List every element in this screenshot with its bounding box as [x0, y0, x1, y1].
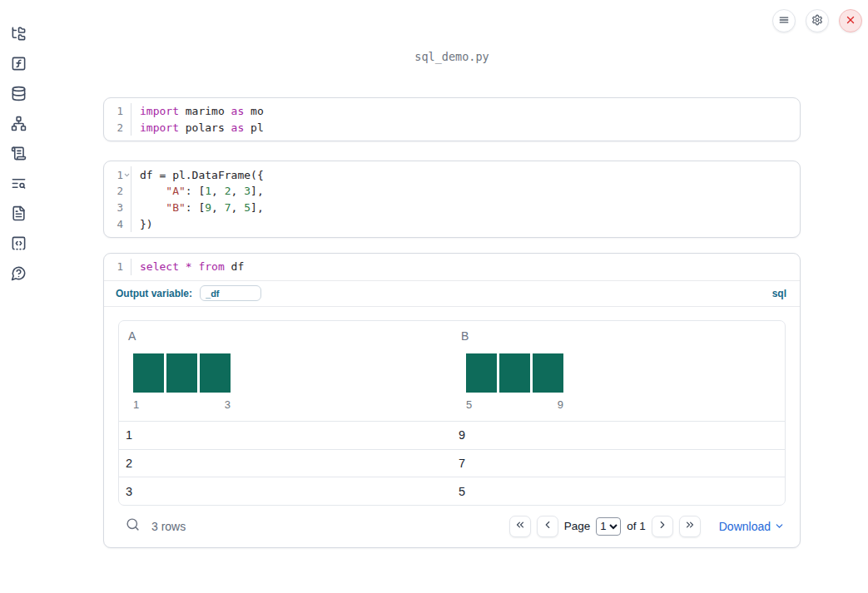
code-text: "A": [1, 2, 3], [131, 185, 264, 197]
sidebar-item-file-explorer[interactable] [3, 20, 33, 50]
close-icon [845, 14, 856, 28]
sidebar-item-search-logs[interactable] [3, 170, 33, 200]
gutter [123, 183, 131, 200]
download-label: Download [719, 520, 771, 533]
shutdown-button[interactable] [839, 9, 862, 32]
page-label: Page [564, 520, 591, 532]
gear-icon [811, 14, 823, 28]
chevron-left-icon [542, 519, 553, 533]
line-number: 2 [104, 185, 123, 197]
chevron-down-icon [774, 519, 785, 534]
histogram-bar [133, 353, 164, 393]
sidebar-item-dependency-graph[interactable] [3, 110, 33, 140]
sidebar-item-help[interactable] [3, 259, 33, 289]
download-button[interactable]: Download [719, 519, 785, 534]
code-text: "B": [9, 7, 5], [131, 201, 264, 214]
gutter [123, 103, 131, 120]
code-text: df = pl.DataFrame({ [131, 169, 264, 181]
tick-min: 5 [466, 398, 472, 411]
histogram-b[interactable] [466, 353, 563, 393]
code-line[interactable]: 2import polars as pl [104, 120, 800, 136]
function-square-icon [11, 56, 27, 74]
search-icon[interactable] [126, 517, 140, 535]
tick-max: 9 [558, 398, 563, 411]
code-editor-imports[interactable]: 1import marimo as mo2import polars as pl [104, 98, 800, 141]
column-header-b[interactable]: B 5 9 [452, 321, 785, 421]
row-count: 3 rows [151, 520, 186, 533]
line-number: 1 [104, 260, 123, 273]
code-line[interactable]: 4}) [104, 215, 800, 232]
code-text: }) [131, 218, 153, 230]
code-text: import polars as pl [131, 121, 264, 134]
gutter [123, 215, 131, 232]
tick-max: 3 [225, 398, 231, 411]
table-header: A 1 3 B 5 9 [119, 321, 785, 422]
prev-page-button[interactable] [537, 516, 558, 537]
line-number: 2 [104, 121, 123, 134]
table-row[interactable]: 27 [119, 449, 785, 477]
chevron-right-icon [657, 519, 668, 533]
line-number: 1 [104, 169, 123, 181]
histogram-a[interactable] [133, 353, 231, 393]
page-title: sql_demo.py [103, 0, 801, 67]
sidebar-item-documentation[interactable] [3, 200, 33, 230]
histogram-bar [200, 353, 231, 393]
folder-tree-icon [11, 26, 27, 44]
network-icon [11, 116, 27, 134]
table-footer: 3 rows Page 1 of 1 Download [118, 506, 786, 547]
table-cell: 5 [452, 485, 785, 498]
sql-code-editor[interactable]: 1select * from df [104, 254, 800, 280]
table-row[interactable]: 19 [119, 422, 785, 449]
sidebar-item-logs[interactable] [3, 140, 33, 170]
fold-chevron-icon[interactable] [123, 166, 131, 183]
gutter [123, 200, 131, 216]
line-number: 1 [104, 105, 123, 117]
gutter [123, 120, 131, 136]
sql-language-badge: sql [772, 288, 786, 299]
histogram-bar [499, 353, 530, 393]
sidebar-item-snippets[interactable] [3, 230, 33, 259]
table-row[interactable]: 35 [119, 477, 785, 504]
code-editor-dataframe[interactable]: 1df = pl.DataFrame({2 "A": [1, 2, 3],3 "… [104, 161, 800, 237]
line-number: 4 [104, 218, 123, 230]
page-select[interactable]: 1 [596, 517, 621, 536]
code-line[interactable]: 1df = pl.DataFrame({ [104, 166, 800, 183]
text-search-icon [11, 175, 27, 194]
code-snippet-icon [11, 235, 27, 254]
table-cell: 2 [119, 457, 452, 470]
column-label: B [461, 329, 775, 343]
last-page-button[interactable] [679, 516, 701, 537]
line-number: 3 [104, 201, 123, 214]
table-cell: 7 [452, 457, 785, 470]
next-page-button[interactable] [652, 516, 673, 537]
page-of-label: of 1 [627, 520, 646, 532]
column-header-a[interactable]: A 1 3 [119, 321, 452, 421]
code-line[interactable]: 2 "A": [1, 2, 3], [104, 183, 800, 200]
code-line[interactable]: 1import marimo as mo [104, 103, 800, 120]
code-line[interactable]: 3 "B": [9, 7, 5], [104, 200, 800, 216]
histogram-b-ticks: 5 9 [466, 398, 563, 411]
sql-cell: 1select * from df Output variable: sql A… [103, 253, 801, 548]
sidebar [0, 0, 37, 593]
code-cell-imports: 1import marimo as mo2import polars as pl [103, 97, 801, 141]
notebook-main: sql_demo.py 1import marimo as mo2import … [103, 0, 801, 548]
tick-min: 1 [133, 398, 139, 411]
table-footer-left: 3 rows [126, 517, 186, 535]
histogram-a-ticks: 1 3 [133, 398, 231, 411]
sidebar-item-datasources[interactable] [3, 80, 33, 110]
sql-cell-footer: Output variable: sql [104, 280, 800, 306]
first-page-button[interactable] [509, 516, 531, 537]
table-cell: 9 [452, 428, 785, 442]
table-cell: 3 [119, 485, 452, 498]
settings-button[interactable] [806, 9, 829, 32]
pagination: Page 1 of 1 Download [509, 516, 785, 537]
sidebar-item-functions[interactable] [3, 50, 33, 80]
output-variable-label: Output variable: [116, 288, 192, 299]
help-circle-icon [11, 265, 27, 284]
code-cell-dataframe: 1df = pl.DataFrame({2 "A": [1, 2, 3],3 "… [103, 161, 801, 238]
gutter [123, 259, 131, 275]
file-text-icon [11, 205, 27, 224]
output-variable-input[interactable] [200, 285, 261, 301]
code-line[interactable]: 1select * from df [104, 259, 800, 275]
dataframe-table: A 1 3 B 5 9 [118, 320, 786, 506]
